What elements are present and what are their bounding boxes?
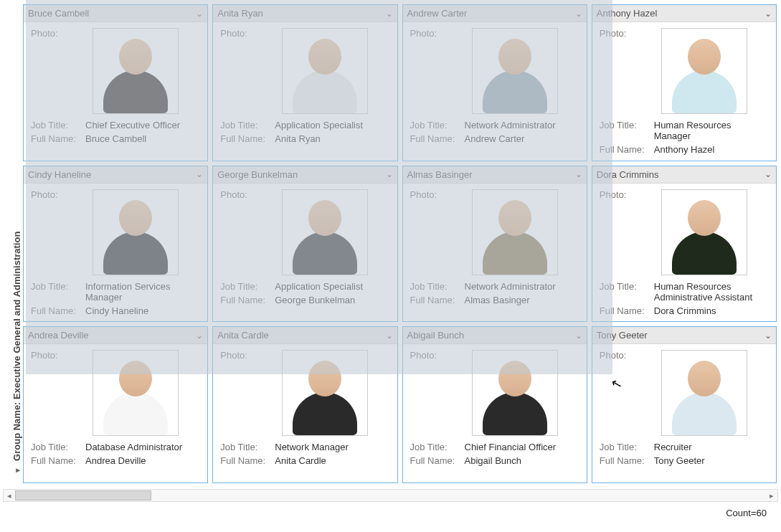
card-title: Cindy Haneline [28,169,91,180]
scroll-right-arrow-icon[interactable]: ▸ [766,490,777,501]
card-fields: Job Title:Human Resources Administrative… [600,281,769,316]
chevron-down-icon[interactable]: ⌄ [765,331,772,341]
card-header[interactable]: George Bunkelman⌄ [213,166,397,184]
full-name-label: Full Name: [410,133,462,144]
chevron-down-icon[interactable]: ⌄ [386,331,393,341]
scroll-track[interactable] [15,490,766,501]
job-title-label: Job Title: [31,442,82,452]
full-name-value: Anita Ryan [275,133,389,144]
job-title-label: Job Title: [600,281,651,303]
card-header[interactable]: Cindy Haneline⌄ [24,166,207,184]
full-name-value: Anita Cardle [275,455,389,466]
card-title: Abigail Bunch [407,330,465,341]
card-body: Photo:Job Title:Chief Executive OfficerF… [24,22,207,161]
card-title: Almas Basinger [407,169,473,180]
chevron-down-icon[interactable]: ⌄ [575,331,582,341]
card-fields: Job Title:Information Services ManagerFu… [31,281,200,316]
photo [661,28,747,114]
photo-label: Photo: [31,189,74,200]
card-header[interactable]: Bruce Cambell⌄ [24,5,207,22]
employee-card[interactable]: Andrew Carter⌄Photo:Job Title:Network Ad… [402,4,587,161]
chevron-down-icon[interactable]: ⌄ [386,9,393,19]
photo [93,28,179,114]
card-header[interactable]: Almas Basinger⌄ [403,166,587,184]
employee-card[interactable]: Abigail Bunch⌄Photo:Job Title:Chief Fina… [402,326,587,483]
full-name-value: Andrew Carter [465,133,579,144]
employee-card[interactable]: Anthony Hazel⌄Photo:Job Title:Human Reso… [592,4,777,161]
full-name-value: Cindy Haneline [85,305,200,316]
job-title-value: Network Administrator [465,120,579,130]
card-fields: Job Title:Application SpecialistFull Nam… [220,120,389,144]
job-title-value: Information Services Manager [85,281,200,303]
card-title: Tony Geeter [597,330,648,341]
card-fields: Job Title:Human Resources ManagerFull Na… [600,120,769,155]
job-title-label: Job Title: [410,442,462,452]
employee-card[interactable]: Bruce Cambell⌄Photo:Job Title:Chief Exec… [23,4,208,161]
group-label-value: Executive General and Administration [11,232,22,399]
card-title: Anthony Hazel [597,8,658,19]
employee-card[interactable]: Dora Crimmins⌄Photo:Job Title:Human Reso… [592,166,777,323]
chevron-down-icon[interactable]: ⌄ [575,9,582,19]
employee-card[interactable]: Andrea Deville⌄Photo:Job Title:Database … [23,326,208,483]
card-body: Photo:Job Title:Information Services Man… [24,184,207,322]
job-title-value: Human Resources Manager [654,120,769,141]
employee-card[interactable]: George Bunkelman⌄Photo:Job Title:Applica… [212,166,397,323]
photo-label: Photo: [410,350,453,361]
card-body: Photo:Job Title:Chief Financial OfficerF… [403,344,587,483]
card-fields: Job Title:Network AdministratorFull Name… [410,120,579,144]
photo-label: Photo: [600,189,643,200]
chevron-down-icon[interactable]: ⌄ [196,9,203,19]
card-header[interactable]: Andrea Deville⌄ [24,327,207,344]
chevron-down-icon[interactable]: ⌄ [196,331,203,341]
horizontal-scrollbar[interactable]: ◂ ▸ [3,489,778,502]
job-title-label: Job Title: [410,120,462,130]
full-name-label: Full Name: [31,133,82,144]
photo [282,189,368,275]
card-header[interactable]: Anita Ryan⌄ [213,5,397,22]
collapse-icon[interactable]: ▾ [14,467,23,472]
photo [472,350,558,436]
photo-label: Photo: [600,350,643,361]
card-header[interactable]: Andrew Carter⌄ [403,5,587,22]
photo-label: Photo: [220,350,263,361]
employee-card[interactable]: Almas Basinger⌄Photo:Job Title:Network A… [402,166,587,323]
employee-card[interactable]: Cindy Haneline⌄Photo:Job Title:Informati… [23,166,208,323]
card-header[interactable]: Anita Cardle⌄ [213,327,397,344]
photo-label: Photo: [600,28,643,39]
card-header[interactable]: Tony Geeter⌄ [592,327,776,344]
employee-card[interactable]: Anita Cardle⌄Photo:Job Title:Network Man… [212,326,397,483]
job-title-value: Recruiter [654,442,769,452]
card-title: Andrew Carter [407,8,468,19]
footer-summary: Count=60 [0,503,781,523]
card-fields: Job Title:Application SpecialistFull Nam… [220,281,389,305]
card-title: Bruce Cambell [28,8,89,19]
card-fields: Job Title:Network ManagerFull Name:Anita… [220,442,389,466]
card-title: Anita Cardle [217,330,269,341]
photo-label: Photo: [220,28,263,39]
employee-card[interactable]: Tony Geeter⌄Photo:Job Title:RecruiterFul… [592,326,777,483]
photo-label: Photo: [31,350,74,361]
full-name-value: George Bunkelman [275,295,389,305]
photo-label: Photo: [410,28,453,39]
job-title-label: Job Title: [600,442,651,452]
chevron-down-icon[interactable]: ⌄ [196,169,203,179]
employee-card[interactable]: Anita Ryan⌄Photo:Job Title:Application S… [212,4,397,161]
scroll-left-arrow-icon[interactable]: ◂ [4,490,15,501]
card-fields: Job Title:Network AdministratorFull Name… [410,281,579,305]
chevron-down-icon[interactable]: ⌄ [765,169,772,179]
card-title: Anita Ryan [217,8,263,19]
job-title-value: Application Specialist [275,120,389,130]
card-header[interactable]: Dora Crimmins⌄ [592,166,776,184]
card-fields: Job Title:RecruiterFull Name:Tony Geeter [600,442,769,466]
group-header-strip[interactable]: ▾ Group Name: Executive General and Admi… [3,3,22,485]
chevron-down-icon[interactable]: ⌄ [575,169,582,179]
scroll-thumb[interactable] [15,490,151,500]
chevron-down-icon[interactable]: ⌄ [765,9,772,19]
full-name-value: Almas Basinger [465,295,579,305]
chevron-down-icon[interactable]: ⌄ [386,169,393,179]
card-header[interactable]: Abigail Bunch⌄ [403,327,587,344]
card-body: Photo:Job Title:Network AdministratorFul… [403,184,587,322]
full-name-value: Dora Crimmins [654,305,769,316]
job-title-label: Job Title: [410,281,462,292]
card-header[interactable]: Anthony Hazel⌄ [592,5,776,22]
